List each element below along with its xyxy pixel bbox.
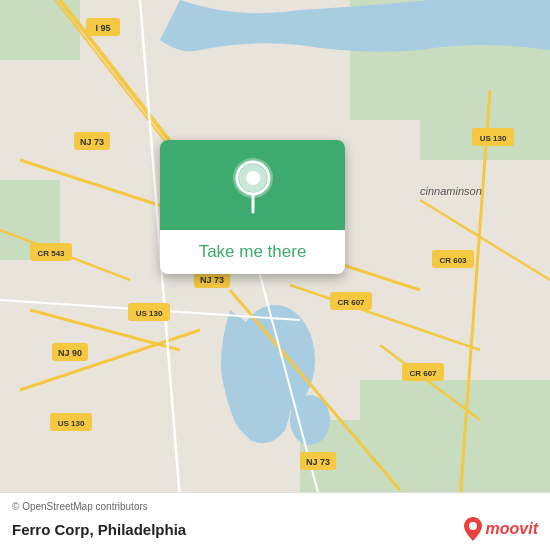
- svg-text:US 130: US 130: [58, 419, 85, 428]
- take-me-there-button[interactable]: Take me there: [176, 242, 329, 262]
- svg-text:CR 607: CR 607: [337, 298, 365, 307]
- bottom-bar: © OpenStreetMap contributors Ferro Corp,…: [0, 492, 550, 550]
- svg-text:I 95: I 95: [95, 23, 110, 33]
- popup-body: Take me there: [160, 230, 345, 274]
- svg-text:CR 603: CR 603: [439, 256, 467, 265]
- svg-text:CR 607: CR 607: [409, 369, 437, 378]
- location-popup: Take me there: [160, 140, 345, 274]
- svg-text:NJ 90: NJ 90: [58, 348, 82, 358]
- svg-point-53: [469, 522, 477, 530]
- moovit-logo: moovit: [462, 516, 538, 542]
- location-name: Ferro Corp, Philadelphia: [12, 521, 186, 538]
- svg-text:US 130: US 130: [480, 134, 507, 143]
- svg-text:NJ 73: NJ 73: [306, 457, 330, 467]
- popup-header: [160, 140, 345, 230]
- map-container: I 95 NJ 73 NJ 73 NJ 73 CR 543 US 130 US …: [0, 0, 550, 550]
- map-attribution: © OpenStreetMap contributors: [12, 501, 538, 512]
- svg-text:CR 543: CR 543: [37, 249, 65, 258]
- location-info-row: Ferro Corp, Philadelphia moovit: [12, 516, 538, 542]
- location-pin-icon: [228, 156, 278, 214]
- moovit-text: moovit: [486, 521, 538, 537]
- moovit-pin-icon: [462, 516, 484, 542]
- svg-text:NJ 73: NJ 73: [200, 275, 224, 285]
- svg-rect-5: [360, 380, 550, 500]
- svg-text:cinnaminson: cinnaminson: [420, 185, 482, 197]
- svg-text:US 130: US 130: [136, 309, 163, 318]
- svg-text:NJ 73: NJ 73: [80, 137, 104, 147]
- svg-point-51: [246, 171, 260, 185]
